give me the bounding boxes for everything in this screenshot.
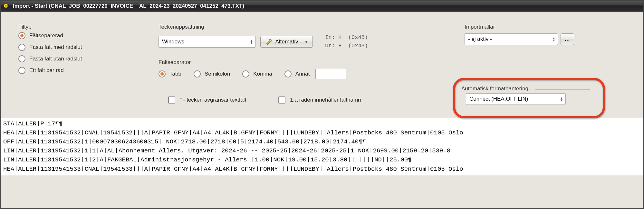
- importmallar-select[interactable]: - ej aktiv - ▲▼: [465, 33, 558, 45]
- data-preview-pane: STA❘ALLER❘P❘17¶¶HEA❘ALLER❘11319541532❘CN…: [1, 118, 643, 175]
- preview-line: HEA❘ALLER❘11319541533❘CNAL❘19541533❘❘❘A❘…: [3, 165, 641, 174]
- app-icon: [3, 3, 10, 10]
- separator-radio-label: Semikolon: [205, 71, 230, 77]
- charset-legend: Teckenuppsättning: [159, 24, 207, 30]
- faltseparator-legend: Fältseparator: [159, 59, 193, 66]
- importmallar-browse-button[interactable]: ...: [561, 33, 574, 45]
- spinner-icon[interactable]: ▲▼: [551, 37, 556, 41]
- filtyp-radio-label: Ett fält per rad: [29, 67, 64, 74]
- radio-icon: [18, 32, 25, 39]
- checkbox-icon: [168, 96, 175, 104]
- autoformat-legend: Automatisk formathantering: [461, 86, 531, 92]
- first-row-names-label: 1:a raden innehåller fältnamn: [290, 97, 361, 103]
- checkbox-icon: [278, 96, 285, 104]
- radio-icon: [242, 70, 249, 77]
- filtyp-radio-fasta-radslut[interactable]: Fasta fält med radslut: [18, 44, 115, 51]
- preview-line: OFF❘ALLER❘11319541532❘1❘0000703062436003…: [3, 137, 641, 146]
- radio-icon: [18, 67, 25, 74]
- filtyp-group: Filtyp Fältseparerad Fasta fält med rads…: [18, 28, 115, 78]
- svg-point-2: [5, 5, 7, 6]
- radio-icon: [284, 70, 292, 77]
- preview-line: LIN❘ALLER❘11319541532❘1❘2❘A❘FAKGEBAL❘Adm…: [3, 155, 641, 164]
- importmallar-group: Importmallar - ej aktiv - ▲▼ ...: [465, 28, 593, 45]
- first-row-names-checkbox[interactable]: 1:a raden innehåller fältnamn: [278, 96, 361, 104]
- window-title: Import - Start (CNAL_JOB_00227720_INVOIC…: [13, 3, 244, 9]
- preview-line: HEA❘ALLER❘11319541532❘CNAL❘19541532❘❘❘A❘…: [3, 128, 641, 137]
- autoformat-value: Connect (HEA,OFF,LIN): [469, 96, 559, 102]
- separator-radio-semikolon[interactable]: Semikolon: [194, 70, 230, 77]
- radio-icon: [194, 70, 201, 77]
- quote-delim-label: " - tecken avgränsar textfält: [180, 97, 246, 103]
- importmallar-legend: Importmallar: [465, 24, 497, 30]
- annat-separator-input[interactable]: [315, 69, 346, 79]
- radio-icon: [159, 70, 166, 77]
- filtyp-radio-label: Fasta fält med radslut: [29, 44, 82, 50]
- preview-line: LIN❘ALLER❘11319541532❘1❘1❘A❘AL❘Abonnemen…: [3, 146, 641, 155]
- encoding-value: Windows: [162, 39, 249, 45]
- svg-point-3: [270, 40, 271, 41]
- autoformat-group: Automatisk formathantering Connect (HEA,…: [461, 86, 595, 109]
- quote-delim-checkbox[interactable]: " - tecken avgränsar textfält: [168, 96, 246, 104]
- charset-group: Teckenuppsättning Windows ▲▼ Alternativ …: [159, 28, 368, 50]
- filtyp-radio-ett-falt[interactable]: Ett fält per rad: [18, 67, 115, 74]
- radio-icon: [18, 44, 25, 51]
- separator-radio-tabb[interactable]: Tabb: [159, 70, 181, 77]
- filtyp-legend: Filtyp: [18, 24, 34, 30]
- autoformat-select[interactable]: Connect (HEA,OFF,LIN) ▲▼: [466, 93, 566, 105]
- options-panel: Filtyp Fältseparerad Fasta fält med rads…: [1, 12, 643, 118]
- radio-icon: [18, 55, 25, 62]
- in-out-display: In: H (0x48) Ut: H (0x48): [325, 33, 368, 50]
- separator-radio-annat[interactable]: Annat: [284, 70, 310, 77]
- filtyp-radio-label: Fältseparerad: [29, 32, 63, 39]
- alternativ-label: Alternativ: [275, 39, 298, 45]
- wrench-icon: [265, 39, 272, 45]
- separator-radio-label: Tabb: [169, 71, 181, 77]
- window-titlebar: Import - Start (CNAL_JOB_00227720_INVOIC…: [1, 1, 643, 12]
- svg-rect-1: [7, 5, 8, 7]
- filtyp-radio-fasta-utan[interactable]: Fasta fält utan radslut: [18, 55, 115, 62]
- spinner-icon[interactable]: ▲▼: [249, 40, 254, 44]
- chevron-down-icon: ▼: [304, 40, 308, 44]
- filtyp-radio-label: Fasta fält utan radslut: [29, 56, 82, 62]
- preview-line: STA❘ALLER❘P❘17¶¶: [3, 119, 641, 128]
- faltseparator-group: Fältseparator Tabb Semikolon Komma Annat: [159, 63, 361, 79]
- spinner-icon[interactable]: ▲▼: [559, 97, 564, 101]
- importmallar-value: - ej aktiv -: [468, 36, 551, 42]
- encoding-select[interactable]: Windows ▲▼: [159, 36, 256, 48]
- separator-radio-label: Komma: [253, 71, 272, 77]
- separator-radio-label: Annat: [295, 71, 310, 77]
- alternativ-button[interactable]: Alternativ ▼: [260, 36, 313, 48]
- filtyp-radio-faltseparerad[interactable]: Fältseparerad: [18, 32, 115, 39]
- separator-radio-komma[interactable]: Komma: [242, 70, 272, 77]
